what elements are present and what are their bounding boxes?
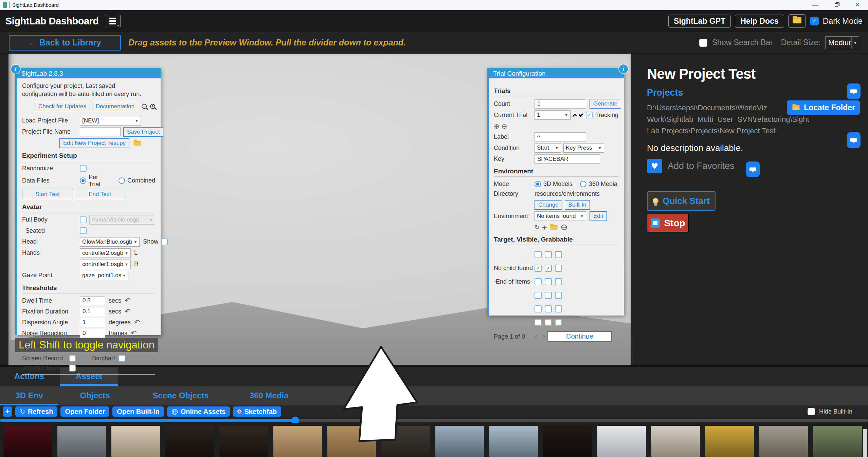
detail-size-select[interactable]: Medium ▼ [825,36,859,49]
grabbable-checkbox[interactable] [555,251,562,258]
thumbnail-dark-alley[interactable] [381,426,430,457]
target-checkbox[interactable] [535,305,542,312]
per-trial-radio[interactable] [80,177,86,184]
zoom-in-icon[interactable]: + [150,104,155,109]
add-trial-icon[interactable]: ⊕ [494,122,500,130]
quick-start-button[interactable]: Quick Start [647,191,716,211]
back-to-library-button[interactable]: ← Back to Library [9,35,121,51]
open-projects-folder-button[interactable] [788,14,806,28]
current-trial-select[interactable]: 1▼ [535,110,571,120]
stop-button[interactable]: Stop [647,214,689,232]
visible-checkbox[interactable] [545,292,552,299]
dwell-time-input[interactable] [80,296,105,305]
combined-radio[interactable] [119,177,125,184]
hand-right-select[interactable]: controller1.osgb▼ [80,260,131,269]
visible-checkbox[interactable] [545,265,552,272]
gaze-point-select[interactable]: gaze_point1.osgb▼ [80,271,128,280]
sightlab-gpt-button[interactable]: SightLab GPT [668,15,731,28]
subtab-3d-env[interactable]: 3D Env [0,386,58,405]
show-head-checkbox[interactable] [161,239,168,245]
thumbnail-red-theater[interactable] [3,426,52,457]
thumbnail-gallery-bright[interactable] [489,426,538,457]
grabbable-checkbox[interactable] [555,319,562,326]
thumbnail-office-room[interactable] [651,426,700,457]
visible-checkbox[interactable] [545,319,552,326]
target-checkbox[interactable] [535,251,542,258]
open-folder-button[interactable]: Open Folder [60,406,109,417]
end-text-button[interactable]: End Text [75,190,125,199]
trial-up-icon[interactable] [572,113,577,118]
favorite-button[interactable]: ♥ [647,159,662,173]
thumbnail-dark-media-room-2[interactable] [219,426,268,457]
preview-eye-button[interactable] [847,83,861,99]
undo-icon[interactable]: ↶ [131,329,137,337]
thumbnail-dark-media-room[interactable] [165,426,214,457]
barchart-checkbox[interactable] [119,355,125,362]
generate-button[interactable]: Generate [590,99,621,109]
tracking-checkbox[interactable] [586,112,593,118]
trial-count-input[interactable] [535,99,586,109]
restore-button[interactable] [826,0,847,10]
preview-eye-button[interactable] [746,161,760,177]
close-button[interactable]: × [847,0,868,10]
subtab-scene-objects[interactable]: Scene Objects [131,386,230,405]
menu-button[interactable]: ▾ [105,14,121,28]
trial-panel-title[interactable]: Trial Configuration [489,68,624,78]
edit-project-script-button[interactable]: Edit New Project Test.py [59,138,129,148]
edit-environment-button[interactable]: Edit [590,211,607,221]
folder-icon[interactable] [550,225,557,229]
add-asset-button[interactable]: + [3,406,12,417]
start-text-button[interactable]: Start Text [22,190,73,199]
continue-button[interactable]: Continue [547,331,612,342]
online-assets-button[interactable]: Online Assets [167,406,230,417]
full-body-checkbox[interactable] [80,216,87,223]
thumbnail-gray-room[interactable] [57,426,106,457]
trial-key-input[interactable] [535,154,600,164]
preview-window[interactable]: i SightLab 2.8.3 Configure your project.… [8,54,631,365]
thumbnail-sandy-street[interactable] [273,426,322,457]
randomize-checkbox[interactable] [80,165,87,172]
target-checkbox[interactable] [535,278,542,285]
grabbable-checkbox[interactable] [555,305,562,312]
thumbnail-stone-ruins[interactable] [759,426,808,457]
head-select[interactable]: GlowManBlue.osgb▼ [80,237,140,247]
fixation-duration-input[interactable] [80,307,105,316]
folder-icon[interactable] [134,140,141,145]
builtin-directory-button[interactable]: Built-In [565,200,590,210]
add-environment-icon[interactable]: + [542,223,547,231]
noise-reduction-input[interactable] [80,329,105,338]
target-checkbox[interactable] [535,265,542,272]
locate-folder-button[interactable]: Locate Folder [787,100,860,115]
sketchfab-button[interactable]: Sketchfab [233,406,281,417]
page-prev-icon[interactable]: ‹ [535,332,538,341]
subtab-objects[interactable]: Objects [58,386,131,405]
seated-checkbox[interactable] [80,227,87,234]
target-checkbox[interactable] [535,319,542,326]
show-search-bar-checkbox[interactable] [699,39,707,47]
info-icon[interactable]: i [11,65,20,74]
visible-checkbox[interactable] [545,278,552,285]
hand-left-select[interactable]: controller2.osgb▼ [80,248,131,258]
biopac-markers-checkbox[interactable] [69,365,76,372]
undo-icon[interactable]: ↶ [125,297,131,305]
mode-360-radio[interactable] [580,181,586,187]
visible-checkbox[interactable] [545,305,552,312]
refresh-button[interactable]: ↻ Refresh [15,406,57,417]
project-name-input[interactable] [80,127,121,136]
minimize-button[interactable]: — [805,0,826,10]
thumbnail-white-room[interactable] [597,426,646,457]
thumbnail-golden-atrium[interactable] [705,426,754,457]
globe-icon[interactable] [561,224,567,230]
save-project-button[interactable]: Save Project [123,127,163,137]
trial-label-input[interactable] [535,132,586,141]
trial-down-icon[interactable] [579,112,583,117]
preview-eye-button[interactable] [847,132,861,148]
page-next-icon[interactable]: › [543,332,546,341]
subtab-360-media[interactable]: 360 Media [230,386,308,405]
condition-phase-select[interactable]: Start▼ [535,143,561,153]
check-updates-button[interactable]: Check for Updates [35,102,90,111]
environment-select[interactable]: No items found▼ [535,211,586,221]
thumbnail-cream-room[interactable] [111,426,160,457]
zoom-out-icon[interactable]: − [142,104,147,109]
grabbable-checkbox[interactable] [555,265,562,272]
